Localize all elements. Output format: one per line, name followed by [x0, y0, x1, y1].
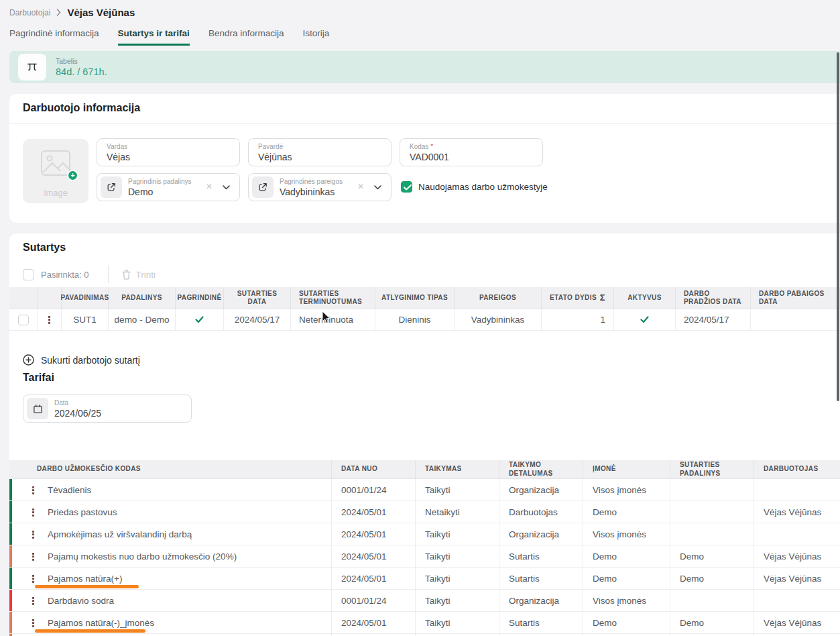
column-header[interactable]: SUTARTIES DATA [224, 287, 291, 309]
kodas-field[interactable]: Kodas * VAD0001 [400, 138, 543, 166]
section-title-employee: Darbuotojo informacija [23, 102, 140, 114]
column-header[interactable]: ETATO DYDIS Σ [542, 287, 614, 309]
tab-pagrindine-informacija[interactable]: Pagrindinė informacija [9, 28, 99, 46]
column-header[interactable]: ATLYGINIMO TIPAS [375, 287, 455, 309]
table-row[interactable]: ⋮Apmokėjimas už viršvalandinį darbą 2024… [9, 523, 840, 545]
cell-terminuotumas: Neterminuota [291, 309, 375, 330]
selected-count: Pasirinkta: 0 [41, 270, 89, 280]
image-placeholder-icon [40, 150, 71, 176]
table-row[interactable]: ⋮Pajamų mokestis nuo darbo užmokesčio (2… [9, 545, 840, 568]
orange-underline [35, 585, 139, 588]
table-row[interactable]: ⋮Tėvadienis 0001/01/24 Taikyti Organizac… [9, 479, 840, 501]
date-field[interactable]: Data 2024/06/25 [23, 394, 192, 423]
tariffs-table-header: DARBO UŽMOKESČIO KODAS DATA NUO TAIKYMAS… [9, 460, 840, 479]
table-row[interactable]: ⋮Pajamos natūra(+) 2024/05/01 Taikyti Su… [9, 568, 840, 590]
kebab-menu-icon[interactable]: ⋮ [28, 485, 38, 495]
column-header[interactable]: SUTARTIES TERMINUOTUMAS [291, 287, 375, 309]
pavarde-label: Pavardė [258, 143, 283, 150]
column-header[interactable]: DARBO PABAIGOS DATA [751, 287, 840, 309]
column-header[interactable]: SUTARTIES PADALINYS [670, 460, 754, 478]
tab-bendra-informacija[interactable]: Bendra informacija [208, 28, 284, 46]
section-title-contracts: Sutartys [23, 242, 66, 254]
table-row[interactable]: ⋮Pajamos natūra(-)_įmonės 2024/05/01 Tai… [9, 612, 840, 634]
chevron-down-icon[interactable] [374, 185, 381, 190]
tab-sutartys-ir-tarifai[interactable]: Sutartys ir tarifai [118, 28, 190, 46]
column-header[interactable]: PAGRINDINĖ [176, 287, 224, 309]
clear-icon[interactable]: ✕ [206, 182, 213, 191]
cell-sutarties-data: 2024/05/17 [224, 309, 291, 330]
chevron-right-icon [56, 9, 61, 16]
delete-button[interactable]: Trinti [122, 270, 156, 280]
column-header[interactable]: TAIKYMAS [416, 460, 499, 478]
vertical-scrollbar[interactable] [837, 52, 839, 401]
external-link-icon[interactable] [252, 176, 274, 198]
tab-istorija[interactable]: Istorija [302, 28, 329, 46]
column-header[interactable]: AKTYVUS [614, 287, 676, 309]
kebab-menu-icon[interactable]: ⋮ [44, 315, 54, 325]
padalinys-select[interactable]: Pagrindinis padalinys Demo ✕ [97, 173, 240, 201]
column-header[interactable]: PAVADINIMAS [62, 287, 109, 309]
date-value: 2024/06/25 [54, 408, 101, 419]
kebab-menu-icon[interactable]: ⋮ [28, 551, 38, 562]
sigma-icon[interactable]: Σ [600, 293, 605, 303]
cell-atlyginimo-tipas: Dieninis [375, 309, 455, 330]
row-checkbox[interactable] [18, 315, 29, 325]
column-header[interactable]: DARBO PRADŽIOS DATA [676, 287, 751, 309]
column-header[interactable]: PADALINYS [109, 287, 176, 309]
header-select [9, 287, 38, 309]
plus-circle-icon [23, 354, 34, 366]
vardas-label: Vardas [107, 143, 127, 150]
column-header[interactable]: ĮMONĖ [583, 460, 670, 478]
cell-pavadinimas: SUT1 [62, 309, 109, 330]
banner-title: Tabelis [56, 57, 107, 65]
contracts-table: PAVADINIMAS PADALINYS PAGRINDINĖ SUTARTI… [9, 287, 840, 331]
kebab-menu-icon[interactable]: ⋮ [28, 618, 38, 628]
padalinys-label: Pagrindinis padalinys [128, 178, 192, 185]
check-icon [614, 309, 676, 330]
pareigos-value: Vadybininkas [280, 187, 335, 197]
external-link-icon[interactable] [101, 176, 122, 198]
timesheet-icon [18, 54, 46, 81]
vardas-field[interactable]: Vardas Vėjas [97, 138, 240, 166]
checkbox-checked[interactable] [401, 181, 412, 193]
add-photo-icon[interactable]: + [67, 170, 78, 181]
employee-photo-upload[interactable]: + Image [23, 139, 88, 203]
calendar-icon[interactable] [27, 398, 48, 419]
orange-underline [35, 629, 145, 633]
pareigos-select[interactable]: Pagrindinės pareigos Vadybininkas ✕ [248, 173, 392, 201]
clear-icon[interactable]: ✕ [357, 182, 364, 191]
kebab-menu-icon[interactable]: ⋮ [28, 529, 38, 539]
table-row[interactable]: ⋮Priedas pastovus 2024/05/01 Netaikyti D… [9, 501, 840, 523]
page-title: Vėjas Vėjūnas [67, 7, 135, 18]
image-label: Image [23, 188, 88, 198]
employee-info-card: Darbuotojo informacija + Image Vardas Vė… [9, 94, 840, 223]
pareigos-label: Pagrindinės pareigos [280, 178, 343, 185]
tabelis-banner[interactable]: Tabelis 84d. / 671h. [9, 51, 840, 83]
kebab-menu-icon[interactable]: ⋮ [28, 574, 38, 584]
banner-value: 84d. / 671h. [56, 66, 107, 77]
pavarde-field[interactable]: Pavardė Vėjūnas [248, 138, 392, 166]
padalinys-value: Demo [128, 187, 153, 197]
create-contract-link[interactable]: Sukurti darbotojo sutartį [23, 354, 140, 366]
table-row[interactable]: ⋮ SUT1 demo - Demo 2024/05/17 Neterminuo… [9, 309, 840, 331]
required-asterisk: * [430, 143, 433, 150]
column-header[interactable]: PAREIGOS [455, 287, 542, 309]
kebab-menu-icon[interactable]: ⋮ [28, 507, 38, 517]
select-all-checkbox[interactable] [23, 269, 34, 280]
kodas-value: VAD0001 [410, 152, 449, 162]
pavarde-value: Vėjūnas [258, 152, 292, 162]
breadcrumb-parent[interactable]: Darbuotojai [9, 8, 50, 17]
contracts-table-header: PAVADINIMAS PADALINYS PAGRINDINĖ SUTARTI… [9, 287, 840, 309]
column-header[interactable]: DATA NUO [332, 460, 416, 478]
cell-darbo-pabaigos [751, 309, 840, 330]
column-header[interactable]: TAIKYMO DETALUMAS [499, 460, 583, 478]
column-header[interactable]: DARBO UŽMOKESČIO KODAS [9, 460, 332, 478]
column-header[interactable]: DARBUOTOJAS [754, 460, 840, 478]
chevron-down-icon[interactable] [223, 185, 230, 190]
payroll-checkbox-label: Naudojamas darbo užmokestyje [418, 182, 548, 192]
table-row[interactable]: ⋮Darbdavio sodra 0001/01/24 Taikyti Orga… [9, 590, 840, 612]
kebab-menu-icon[interactable]: ⋮ [28, 596, 38, 606]
cell-etato-dydis: 1 [542, 309, 614, 330]
cell-padalinys: demo - Demo [109, 309, 176, 330]
payroll-checkbox-row[interactable]: Naudojamas darbo užmokestyje [401, 181, 548, 193]
